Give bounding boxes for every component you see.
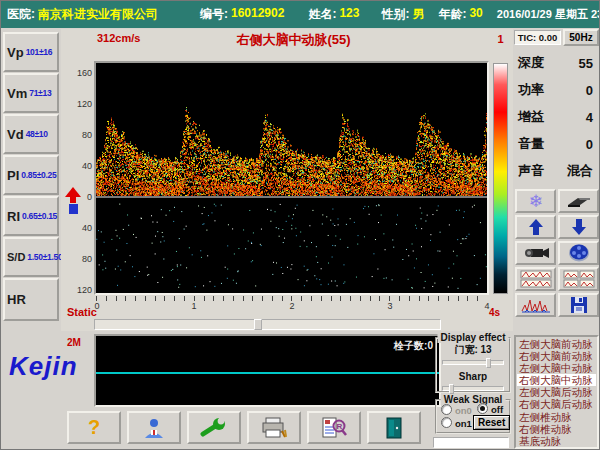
- radio-icon: [441, 417, 452, 428]
- param-value: 0.85±0.25: [21, 170, 56, 180]
- mmode-depth-line: [96, 372, 439, 374]
- vessel-item[interactable]: 右侧大脑前动脉: [517, 350, 596, 362]
- param-value: 0.65±0.15: [22, 211, 57, 221]
- setting-label: 增益: [518, 108, 544, 126]
- sharp-slider-thumb[interactable]: [449, 384, 454, 394]
- x-tick-label: 2: [287, 301, 297, 311]
- param-cell-vd: Vd48±10: [3, 114, 59, 154]
- param-cell-pi: PI0.85±0.25: [3, 155, 59, 195]
- weak-signal-group: Weak Signal on0 on1 off Reset: [435, 399, 511, 434]
- param-label: Vm: [7, 86, 27, 101]
- probe-button[interactable]: [558, 189, 599, 213]
- patient-info-button[interactable]: [127, 411, 181, 444]
- radio-icon: [441, 404, 452, 415]
- quad-display-button[interactable]: [558, 267, 599, 291]
- setting-value: 4: [586, 110, 593, 125]
- save-button[interactable]: [558, 293, 599, 317]
- brand-logo: Kejin: [9, 351, 78, 382]
- y-tick-label: 120: [70, 99, 92, 109]
- vessel-item-selected[interactable]: 右侧大脑中动脉: [517, 374, 596, 386]
- param-value: 1.50±1.50: [27, 252, 62, 262]
- up-arrow-icon: [529, 219, 543, 235]
- setting-sound: 声音混合: [516, 161, 599, 181]
- reset-button[interactable]: Reset: [473, 415, 510, 430]
- snowflake-icon: ❄: [528, 193, 542, 210]
- y-tick-label: 40: [70, 223, 92, 233]
- patient-id-value: 16012902: [231, 6, 284, 23]
- film-reel-icon: [568, 243, 590, 263]
- baseline-marker-arrow-stem[interactable]: [70, 197, 76, 203]
- setting-value: 0: [586, 83, 593, 98]
- mmode-display: 栓子数:0: [94, 334, 441, 407]
- time-scroll-thumb[interactable]: [254, 319, 262, 330]
- datetime-display: 2016/01/29 星期五 23:11:54: [497, 7, 600, 22]
- radio-on0[interactable]: on0: [441, 404, 472, 416]
- door-icon: [386, 417, 402, 439]
- param-label: S/D: [7, 251, 25, 263]
- sharp-label: Sharp: [437, 371, 509, 382]
- param-cell-hr: HR: [3, 278, 59, 321]
- param-cell-vm: Vm71±13: [3, 73, 59, 113]
- print-button[interactable]: [247, 411, 301, 444]
- vessel-item[interactable]: 右侧大脑后动脉: [517, 398, 596, 410]
- spectrum-button[interactable]: [515, 293, 556, 317]
- age-label: 年龄:: [438, 6, 466, 23]
- baseline-marker-square[interactable]: [69, 204, 78, 214]
- dual-display-button[interactable]: [515, 267, 556, 291]
- param-value: 71±13: [29, 88, 51, 98]
- radio-on1[interactable]: on1: [441, 417, 472, 429]
- tcd-app: 医院:南京科进实业有限公司 编号:16012902 姓名:123 性别:男 年龄…: [0, 0, 600, 450]
- question-mark-icon: ?: [88, 416, 100, 439]
- sharp-slider[interactable]: [442, 386, 504, 391]
- vessel-item[interactable]: 右侧椎动脉: [517, 423, 596, 435]
- colorbar-top-label: 1: [493, 33, 508, 45]
- patient-name-label: 姓名:: [308, 6, 336, 23]
- vessel-item[interactable]: 左侧大脑后动脉: [517, 386, 596, 398]
- wrench-icon: [200, 418, 228, 438]
- y-tick-label: 120: [70, 285, 92, 295]
- decrease-button[interactable]: [558, 215, 599, 239]
- setting-volume: 音量0: [516, 134, 599, 154]
- vessel-list[interactable]: 左侧大脑前动脉 右侧大脑前动脉 左侧大脑中动脉 右侧大脑中动脉 左侧大脑后动脉 …: [514, 335, 599, 449]
- radio-off[interactable]: off: [477, 403, 503, 415]
- svg-text:R: R: [337, 422, 343, 431]
- vessel-item[interactable]: 左侧椎动脉: [517, 411, 596, 423]
- gate-width-label: 门宽:: [454, 344, 477, 355]
- quad-trace-icon: [563, 270, 595, 288]
- gate-width-slider-thumb[interactable]: [486, 358, 491, 368]
- gate-width-slider[interactable]: [442, 360, 504, 365]
- freeze-button[interactable]: ❄: [515, 189, 556, 213]
- y-tick-label: 160: [70, 68, 92, 78]
- param-label: PI: [7, 168, 19, 183]
- gender-label: 性别:: [381, 6, 409, 23]
- vessel-item[interactable]: 基底动脉: [517, 435, 596, 447]
- y-tick-label: 80: [70, 254, 92, 264]
- report-button[interactable]: R: [307, 411, 361, 444]
- camera-icon: [523, 246, 549, 260]
- spectrum-icon: [521, 296, 551, 314]
- status-field: [433, 437, 509, 448]
- display-effect-group: Display effect 门宽: 13 Sharp: [435, 337, 511, 393]
- record-button[interactable]: [515, 241, 556, 265]
- gate-width-value: 13: [481, 344, 492, 355]
- y-tick-label: 40: [70, 161, 92, 171]
- param-cell-vp: Vp101±16: [3, 32, 59, 72]
- printer-icon: [260, 417, 288, 439]
- time-scroll-slider[interactable]: [94, 319, 441, 330]
- y-tick-label: 80: [70, 130, 92, 140]
- setting-label: 音量: [518, 135, 544, 153]
- param-cell-sd: S/D1.50±1.50: [3, 237, 59, 277]
- vessel-item[interactable]: 左侧大脑前动脉: [517, 338, 596, 350]
- settings-button[interactable]: [187, 411, 241, 444]
- hospital-label: 医院:: [7, 6, 35, 23]
- frequency-button[interactable]: 50Hz: [563, 29, 599, 46]
- baseline-marker-arrow-icon[interactable]: [65, 187, 81, 197]
- exit-button[interactable]: [367, 411, 421, 444]
- increase-button[interactable]: [515, 215, 556, 239]
- static-mode-label: Static: [67, 306, 97, 318]
- x-tick-label: 1: [189, 301, 199, 311]
- radio-icon-selected: [477, 403, 488, 414]
- playback-button[interactable]: [558, 241, 599, 265]
- help-button[interactable]: ?: [67, 411, 121, 444]
- vessel-item[interactable]: 左侧大脑中动脉: [517, 362, 596, 374]
